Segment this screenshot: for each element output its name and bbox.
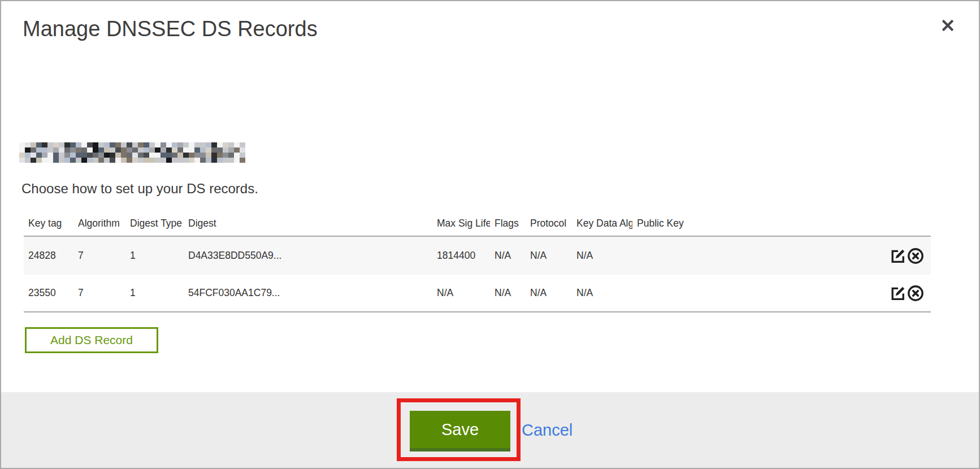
dialog-title: Manage DNSSEC DS Records	[23, 17, 318, 41]
delete-record-button[interactable]	[907, 285, 924, 302]
add-ds-record-button[interactable]: Add DS Record	[25, 327, 158, 353]
save-button[interactable]: Save	[410, 411, 510, 451]
close-icon	[940, 18, 956, 33]
delete-icon	[907, 285, 924, 302]
close-button[interactable]	[936, 15, 959, 37]
cell-algorithm: 7	[73, 250, 125, 262]
cell-digest: D4A33E8DD550A9...	[184, 250, 432, 262]
table-row: 23550 7 1 54FCF030AA1C79... N/A N/A N/A …	[24, 275, 931, 312]
domain-name-redacted	[19, 142, 245, 163]
cell-max-sig-life: 1814400	[432, 250, 490, 262]
cell-protocol: N/A	[526, 250, 572, 262]
edit-icon	[890, 247, 907, 264]
row-actions	[887, 247, 931, 264]
col-header-digest: Digest	[184, 218, 432, 229]
col-header-max-sig-life: Max Sig Life	[432, 218, 490, 229]
cell-digest-type: 1	[125, 250, 184, 262]
cell-key-data-alg: N/A	[572, 250, 632, 262]
col-header-key-tag: Key tag	[24, 218, 73, 229]
dialog-footer: Save Cancel	[1, 392, 979, 468]
cell-flags: N/A	[490, 287, 526, 299]
delete-icon	[907, 247, 924, 264]
cell-key-tag: 23550	[24, 287, 73, 299]
col-header-flags: Flags	[490, 218, 526, 229]
col-header-public-key: Public Key	[632, 218, 887, 229]
cell-flags: N/A	[490, 250, 526, 262]
cell-digest: 54FCF030AA1C79...	[184, 287, 432, 299]
cell-max-sig-life: N/A	[432, 287, 490, 299]
dnssec-dialog: Manage DNSSEC DS Records Choose how to s…	[0, 0, 980, 469]
cancel-link[interactable]: Cancel	[522, 411, 573, 451]
edit-icon	[890, 285, 907, 302]
cell-digest-type: 1	[125, 287, 184, 299]
table-row: 24828 7 1 D4A33E8DD550A9... 1814400 N/A …	[24, 237, 931, 275]
col-header-digest-type: Digest Type	[125, 218, 184, 229]
edit-record-button[interactable]	[890, 285, 907, 302]
cell-key-data-alg: N/A	[572, 287, 632, 299]
cell-protocol: N/A	[526, 287, 572, 299]
cell-key-tag: 24828	[24, 250, 73, 262]
col-header-key-data-alg: Key Data Alg	[572, 218, 632, 229]
table-header-row: Key tag Algorithm Digest Type Digest Max…	[24, 211, 931, 237]
instruction-text: Choose how to set up your DS records.	[21, 181, 258, 197]
cell-algorithm: 7	[73, 287, 125, 299]
ds-records-table: Key tag Algorithm Digest Type Digest Max…	[24, 211, 931, 312]
row-actions	[887, 285, 931, 302]
col-header-protocol: Protocol	[526, 218, 572, 229]
col-header-algorithm: Algorithm	[73, 218, 125, 229]
delete-record-button[interactable]	[907, 247, 924, 264]
edit-record-button[interactable]	[890, 247, 907, 264]
